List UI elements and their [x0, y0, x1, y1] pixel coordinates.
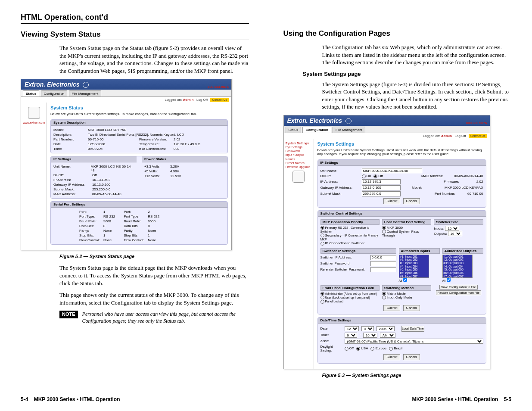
authin-item[interactable]: #3: Input 003	[399, 262, 429, 265]
date-day-select[interactable]: 8	[361, 326, 374, 331]
dhcp-on-radio[interactable]	[362, 174, 366, 178]
ds-eu-radio[interactable]	[370, 347, 374, 351]
dhcp-off-radio[interactable]	[373, 174, 377, 178]
ds-br-radio[interactable]	[389, 347, 393, 351]
ip-row: MAC Address:00-05-A6-00-14-48	[53, 192, 134, 196]
authout-item[interactable]: #1: Output 001	[443, 255, 472, 258]
sidebar-item[interactable]: Preset Names	[286, 161, 312, 165]
tab-status[interactable]: Status	[23, 90, 39, 97]
kv-key: Subnet Mask:	[53, 187, 92, 191]
panel-serial: Serial Port Settings Port:1Port Type:RS-…	[50, 201, 228, 245]
sidebar-item[interactable]: System Settings	[286, 141, 312, 145]
authout-item[interactable]: #6: Output 006	[443, 271, 472, 275]
authout-item[interactable]: #4: Output 004	[443, 265, 472, 268]
sysdesc-row: Model:MKP 3000 LCD KEYPAD	[53, 128, 225, 132]
authout-all-checkbox[interactable]	[447, 278, 451, 282]
authin-item[interactable]: #4: Input 004	[399, 265, 429, 268]
restore-config-button[interactable]: Restore Configuration from File	[436, 290, 481, 295]
ipconn-radio[interactable]	[320, 242, 324, 246]
switcher-cancel-button[interactable]: Cancel	[403, 305, 420, 311]
tab-file-management[interactable]: File Management	[69, 90, 102, 97]
dt-submit-button[interactable]: Submit	[383, 354, 400, 360]
contact-link[interactable]: Contact Us	[210, 98, 229, 102]
sidebar-item[interactable]: Firmware Upgrade	[286, 165, 312, 169]
authout-item[interactable]: #3: Output 003	[443, 262, 472, 265]
swip-hdr: Switcher IP Settings	[320, 248, 396, 254]
tab-configuration[interactable]: Configuration	[41, 90, 68, 97]
authin-item[interactable]: #5: Input 005	[399, 268, 429, 271]
save-config-button[interactable]: Save Configuration to File	[439, 285, 478, 290]
ds-label: Daylight Saving:	[320, 345, 342, 352]
inputonly-radio[interactable]	[382, 296, 386, 299]
ip-cancel-button[interactable]: Cancel	[403, 198, 420, 204]
fpcl-user-radio[interactable]	[320, 296, 324, 299]
dt-cancel-button[interactable]: Cancel	[403, 354, 420, 360]
date-year-select[interactable]: 2006	[376, 326, 395, 331]
logoff-link[interactable]: Log Off	[196, 98, 208, 102]
kv-key: +3.3 Volts:	[144, 165, 170, 168]
logoff-link-2[interactable]: Log Off	[455, 134, 466, 138]
panel-hdr-switcher: Switcher Control Settings	[318, 211, 486, 217]
sidebar-item[interactable]: Passwords	[286, 149, 312, 153]
time-min-select[interactable]: 16	[363, 333, 377, 338]
switcher-submit-button[interactable]: Submit	[383, 305, 400, 311]
part-label: Part Number:	[435, 192, 465, 196]
primary-radio[interactable]	[320, 226, 324, 230]
authin-listbox[interactable]: #1: Input 001#2: Input 002#3: Input 003#…	[399, 255, 429, 278]
sidebar-extron-link[interactable]: www.extron.com	[23, 121, 45, 125]
contact-link-2[interactable]: Contact Us	[469, 134, 487, 138]
tab-status-2[interactable]: Status	[286, 127, 302, 133]
tab-configuration-2[interactable]: Configuration	[302, 127, 331, 133]
date-month-select[interactable]: 12	[345, 326, 359, 331]
authout-listbox[interactable]: #1: Output 001#2: Output 002#3: Output 0…	[442, 255, 473, 278]
kv-value: 11.59V	[170, 174, 181, 178]
serial-key: Data Bits:	[124, 224, 148, 228]
gw-input[interactable]	[362, 185, 401, 190]
fpcl-admin-radio[interactable]	[320, 292, 324, 296]
tab-file-management-2[interactable]: File Management	[333, 127, 365, 133]
right-para-1: The Configuration tab has six Web pages,…	[322, 44, 512, 66]
matrix-radio[interactable]	[382, 292, 386, 296]
time-hour-select[interactable]: 9	[345, 333, 357, 338]
page-number-right: 5-5	[504, 396, 511, 402]
ipaddr-input[interactable]	[362, 179, 401, 184]
serial-key: Stop Bits:	[124, 234, 148, 237]
sidebar-item[interactable]: Input / Output Names	[286, 153, 312, 161]
authin-item[interactable]: #2: Input 002	[399, 258, 429, 262]
left-page: HTML Operation, cont'd Viewing System St…	[0, 0, 266, 411]
swpwd-input[interactable]	[370, 261, 396, 266]
time-ampm-select[interactable]: AM	[380, 333, 395, 338]
login-bar-2: Logged on: Admin Log Off Contact Us	[284, 133, 490, 139]
page-number-left: 5-4	[21, 396, 28, 402]
authin-item[interactable]: #6: Input 006	[399, 271, 429, 275]
authin-all-checkbox[interactable]	[403, 278, 407, 282]
kv-key: Temperature:	[139, 142, 174, 146]
secondary-radio[interactable]	[320, 234, 324, 237]
authin-item[interactable]: #7: Input 007	[399, 275, 429, 278]
swpwd2-input[interactable]	[370, 267, 396, 272]
sysdesc-row: Date12/08/2006	[53, 142, 139, 146]
kv-key: +12 Volts:	[144, 174, 170, 178]
swip-input[interactable]	[370, 255, 396, 260]
fpcl-locked-radio[interactable]	[320, 300, 324, 304]
authout-item[interactable]: #5: Output 005	[443, 268, 472, 271]
authout-item[interactable]: #2: Output 002	[443, 258, 472, 262]
authout-item[interactable]: #7: Output 007	[443, 275, 472, 278]
ds-usa-radio[interactable]	[356, 347, 360, 351]
kv-value: MKP 3000 LCD KEYPAD	[88, 128, 225, 132]
authin-item[interactable]: #1: Input 001	[399, 255, 429, 258]
kv-key: Date	[53, 142, 88, 146]
outputs-select[interactable]: 16	[448, 231, 462, 236]
sidebar-item[interactable]: Eye Settings	[286, 145, 312, 149]
host-cs-radio[interactable]	[382, 230, 386, 234]
kv-value: 09:09 AM	[88, 147, 139, 151]
inputs-select[interactable]: 16	[445, 226, 459, 231]
local-datetime-button[interactable]: Local Date/Time	[401, 326, 424, 332]
zone-select[interactable]: (GMT-08:00) Pacific Time (US & Canada), …	[345, 339, 483, 344]
host-mkp-radio[interactable]	[382, 226, 386, 230]
subnet-input[interactable]	[362, 191, 401, 196]
ds-off-radio[interactable]	[345, 347, 348, 351]
unit-name-input[interactable]	[362, 168, 422, 173]
ip-submit-button[interactable]: Submit	[383, 198, 400, 204]
fpcl-hdr: Front Panel Configuration Lock	[320, 285, 380, 291]
